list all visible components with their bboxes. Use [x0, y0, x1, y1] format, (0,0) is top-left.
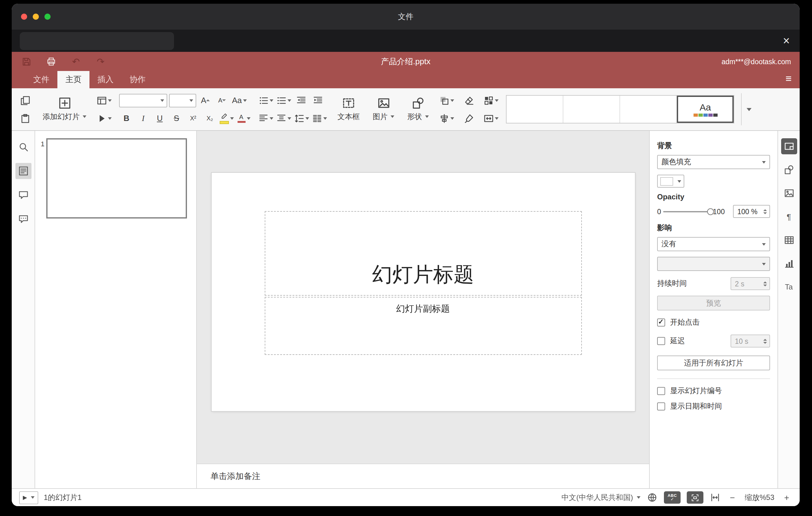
- comments-button[interactable]: [15, 187, 31, 203]
- apply-to-all-button[interactable]: 适用于所有幻灯片: [657, 355, 770, 370]
- tab-home[interactable]: 主页: [57, 71, 89, 88]
- font-name-select[interactable]: [119, 93, 167, 107]
- horizontal-align-button[interactable]: [258, 111, 274, 125]
- start-on-click-checkbox[interactable]: [657, 318, 665, 326]
- increase-indent-button[interactable]: [310, 93, 325, 107]
- slide-title-placeholder[interactable]: 幻灯片标题: [264, 211, 582, 296]
- slide-size-button[interactable]: [483, 111, 499, 125]
- user-email: adm***@dootask.com: [722, 58, 791, 65]
- notes-area[interactable]: 单击添加备注: [197, 463, 649, 488]
- delay-checkbox[interactable]: [657, 337, 665, 345]
- underline-button[interactable]: U: [152, 111, 167, 125]
- chart-settings-button[interactable]: [781, 256, 797, 271]
- decrease-indent-button[interactable]: [294, 93, 309, 107]
- undo-button[interactable]: ↶: [70, 55, 82, 67]
- chevron-down-icon: [270, 117, 273, 119]
- theme-option-selected[interactable]: Aa: [677, 96, 734, 123]
- tab-collaboration[interactable]: 协作: [121, 71, 154, 88]
- copy-button[interactable]: [18, 93, 33, 107]
- color-scheme-button[interactable]: [483, 93, 499, 107]
- shape-settings-button[interactable]: [781, 162, 797, 178]
- align-objects-icon: [439, 113, 449, 123]
- fit-slide-button[interactable]: [687, 491, 703, 504]
- divider: [657, 378, 770, 379]
- align-shapes-button[interactable]: [439, 111, 455, 125]
- slide-settings-button[interactable]: [781, 138, 797, 154]
- textart-settings-button[interactable]: Ta: [781, 279, 797, 295]
- insert-picture-button[interactable]: 图片: [370, 92, 397, 126]
- table-settings-button[interactable]: [781, 232, 797, 248]
- clear-style-button[interactable]: [462, 93, 476, 107]
- slide-thumbnail[interactable]: [46, 138, 187, 219]
- print-button[interactable]: [45, 55, 57, 67]
- opacity-slider[interactable]: [664, 211, 710, 212]
- search-button[interactable]: [15, 139, 31, 155]
- paragraph-settings-button[interactable]: ¶: [781, 209, 797, 225]
- show-slide-number-checkbox[interactable]: [657, 387, 665, 395]
- close-icon[interactable]: ×: [783, 35, 790, 47]
- zoom-out-button[interactable]: −: [727, 492, 738, 503]
- paste-button[interactable]: [18, 111, 33, 125]
- slides-panel-button[interactable]: [15, 163, 31, 179]
- add-slide-button[interactable]: 添加幻灯片: [39, 92, 89, 126]
- spinner-arrows[interactable]: [763, 209, 767, 214]
- insert-textbox-button[interactable]: 文本框: [335, 92, 363, 126]
- vertical-align-button[interactable]: [276, 111, 292, 125]
- slide-subtitle-placeholder[interactable]: 幻灯片副标题: [264, 297, 582, 355]
- change-layout-button[interactable]: [96, 93, 112, 107]
- fullscreen-window-button[interactable]: [45, 13, 51, 20]
- save-icon: [22, 56, 31, 66]
- slider-knob[interactable]: [707, 208, 714, 215]
- spellcheck-button[interactable]: ABC✓: [664, 491, 680, 504]
- chat-button[interactable]: [15, 211, 31, 227]
- redo-button[interactable]: ↷: [94, 55, 107, 67]
- line-spacing-button[interactable]: [294, 111, 310, 125]
- bullets-button[interactable]: [258, 93, 274, 107]
- minimize-window-button[interactable]: [33, 13, 39, 20]
- effect-select[interactable]: 没有: [657, 237, 770, 251]
- start-slideshow-button[interactable]: [96, 111, 112, 125]
- superscript-button[interactable]: X²: [186, 111, 201, 125]
- show-date-time-checkbox[interactable]: [657, 402, 665, 410]
- fit-width-button[interactable]: [709, 492, 721, 503]
- theme-option-3[interactable]: [620, 96, 677, 123]
- highlight-color-button[interactable]: [219, 111, 234, 125]
- columns-button[interactable]: [312, 111, 328, 125]
- chevron-down-icon: [190, 99, 193, 102]
- image-settings-button[interactable]: [781, 185, 797, 201]
- italic-button[interactable]: I: [136, 111, 150, 125]
- paragraph-icon: ¶: [787, 212, 791, 221]
- change-case-button[interactable]: Aa: [231, 93, 248, 107]
- tab-file[interactable]: 文件: [25, 71, 57, 88]
- start-slideshow-status-button[interactable]: ▶: [19, 491, 38, 504]
- font-color-button[interactable]: A: [236, 111, 251, 125]
- strikeout-button[interactable]: S: [169, 111, 184, 125]
- bold-button[interactable]: B: [119, 111, 134, 125]
- save-button[interactable]: [20, 55, 33, 67]
- opacity-max-label: 100: [713, 208, 725, 215]
- numbering-button[interactable]: [276, 93, 292, 107]
- set-language-button[interactable]: [647, 492, 658, 503]
- tab-insert[interactable]: 插入: [89, 71, 121, 88]
- close-window-button[interactable]: [21, 13, 27, 20]
- font-size-select[interactable]: [169, 93, 196, 107]
- zoom-in-button[interactable]: +: [781, 492, 792, 503]
- shape-settings-icon: [784, 165, 794, 175]
- subscript-button[interactable]: X₂: [202, 111, 217, 125]
- chevron-down-icon: [747, 108, 752, 111]
- copy-style-button[interactable]: [462, 111, 476, 125]
- theme-option-2[interactable]: [563, 96, 620, 123]
- background-fill-select[interactable]: 颜色填充: [657, 155, 770, 169]
- menu-icon[interactable]: ≡: [785, 74, 792, 84]
- slide[interactable]: 幻灯片标题 幻灯片副标题: [211, 173, 635, 411]
- decrease-font-button[interactable]: A: [215, 93, 230, 107]
- play-icon: ▶: [23, 495, 27, 500]
- arrange-shapes-button[interactable]: [439, 93, 455, 107]
- background-color-picker[interactable]: [657, 175, 684, 188]
- increase-font-button[interactable]: A: [198, 93, 213, 107]
- theme-option-1[interactable]: [506, 96, 563, 123]
- language-selector[interactable]: 中文(中华人民共和国): [561, 492, 640, 503]
- opacity-value-input[interactable]: 100 %: [733, 205, 770, 218]
- insert-shape-button[interactable]: 形状: [404, 92, 432, 126]
- theme-gallery-expand-button[interactable]: [741, 93, 755, 125]
